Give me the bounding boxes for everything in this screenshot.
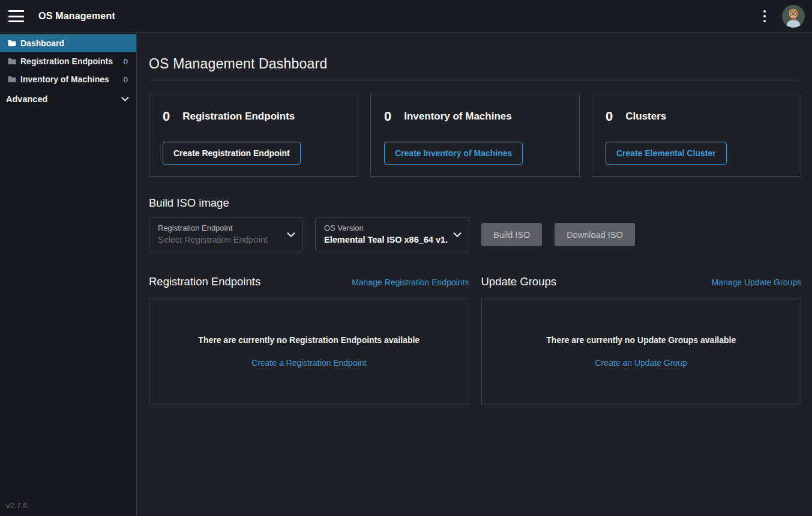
section-header: Registration Endpoints Manage Registrati… [149, 275, 469, 288]
sidebar-item-registration-endpoints[interactable]: Registration Endpoints 0 [0, 52, 136, 70]
app-root: OS Management Dashboard [0, 0, 812, 516]
download-iso-button[interactable]: Download ISO [555, 223, 635, 246]
stat-card-head: 0 Registration Endpoints [163, 109, 344, 124]
stat-label: Registration Endpoints [182, 111, 295, 123]
update-groups-empty-panel: There are currently no Update Groups ava… [481, 299, 802, 404]
create-registration-endpoint-link[interactable]: Create a Registration Endpoint [251, 358, 366, 368]
stat-card-clusters: 0 Clusters Create Elemental Cluster [592, 94, 801, 177]
update-groups-section: Update Groups Manage Update Groups There… [481, 275, 802, 404]
stat-card-inventory-of-machines: 0 Inventory of Machines Create Inventory… [370, 94, 580, 177]
chevron-down-icon [121, 97, 129, 102]
stat-count: 0 [163, 109, 170, 124]
stat-count: 0 [606, 109, 613, 124]
section-title: Update Groups [481, 275, 556, 288]
build-iso-row: Registration Endpoint Select Registratio… [149, 217, 801, 252]
bottom-sections: Registration Endpoints Manage Registrati… [149, 275, 801, 404]
create-elemental-cluster-button[interactable]: Create Elemental Cluster [606, 142, 727, 165]
chevron-down-icon [453, 232, 462, 237]
stat-cards-row: 0 Registration Endpoints Create Registra… [149, 94, 801, 177]
section-title: Registration Endpoints [149, 275, 260, 288]
sidebar-item-label: Inventory of Machines [20, 74, 124, 84]
sidebar-item-count: 0 [124, 75, 128, 84]
title-divider [149, 80, 801, 80]
create-inventory-of-machines-button[interactable]: Create Inventory of Machines [384, 142, 523, 165]
stat-card-head: 0 Clusters [606, 109, 787, 124]
select-value: Elemental Teal ISO x86_64 v1.... [324, 235, 448, 244]
folder-icon [8, 58, 16, 65]
registration-endpoints-section: Registration Endpoints Manage Registrati… [149, 275, 469, 404]
select-label: Registration Endpoint [158, 223, 282, 232]
sidebar-item-count: 0 [124, 57, 128, 66]
stat-count: 0 [384, 109, 391, 124]
select-label: OS Version [324, 223, 448, 232]
select-placeholder: Select Registration Endpoint [158, 235, 282, 244]
app-body: Dashboard Registration Endpoints 0 Inven… [0, 33, 812, 516]
stat-card-registration-endpoints: 0 Registration Endpoints Create Registra… [149, 94, 358, 177]
user-avatar[interactable] [782, 5, 805, 28]
chevron-down-icon [287, 232, 295, 237]
empty-state-text: There are currently no Registration Endp… [198, 335, 420, 345]
os-version-select[interactable]: OS Version Elemental Teal ISO x86_64 v1.… [315, 217, 469, 252]
sidebar-group-advanced[interactable]: Advanced [0, 90, 136, 109]
sidebar: Dashboard Registration Endpoints 0 Inven… [0, 33, 137, 516]
stat-label: Inventory of Machines [404, 111, 511, 123]
sidebar-item-label: Dashboard [20, 38, 128, 48]
section-header: Update Groups Manage Update Groups [481, 275, 802, 288]
sidebar-item-dashboard[interactable]: Dashboard [0, 34, 136, 52]
version-label: v2.7.6 [6, 501, 27, 510]
main-content: OS Management Dashboard 0 Registration E… [137, 33, 812, 516]
registration-endpoints-empty-panel: There are currently no Registration Endp… [149, 299, 469, 404]
kebab-menu-icon[interactable] [756, 5, 774, 27]
manage-registration-endpoints-link[interactable]: Manage Registration Endpoints [352, 278, 469, 287]
app-header: OS Management [0, 0, 812, 33]
sidebar-group-label: Advanced [6, 94, 47, 104]
create-registration-endpoint-button[interactable]: Create Registration Endpoint [163, 142, 301, 165]
sidebar-item-label: Registration Endpoints [20, 56, 124, 66]
stat-label: Clusters [625, 111, 666, 123]
build-iso-button[interactable]: Build ISO [481, 223, 542, 246]
folder-icon [8, 76, 16, 83]
sidebar-item-inventory-of-machines[interactable]: Inventory of Machines 0 [0, 70, 136, 88]
app-title: OS Management [38, 11, 115, 22]
manage-update-groups-link[interactable]: Manage Update Groups [712, 278, 801, 287]
create-update-group-link[interactable]: Create an Update Group [595, 358, 687, 368]
page-title: OS Management Dashboard [149, 56, 801, 72]
build-iso-title: Build ISO image [149, 196, 801, 210]
folder-icon [8, 40, 16, 47]
registration-endpoint-select[interactable]: Registration Endpoint Select Registratio… [149, 217, 303, 252]
stat-card-head: 0 Inventory of Machines [384, 109, 566, 124]
iso-buttons: Build ISO Download ISO [481, 223, 635, 246]
hamburger-menu-icon[interactable] [8, 10, 24, 22]
empty-state-text: There are currently no Update Groups ava… [546, 335, 736, 345]
